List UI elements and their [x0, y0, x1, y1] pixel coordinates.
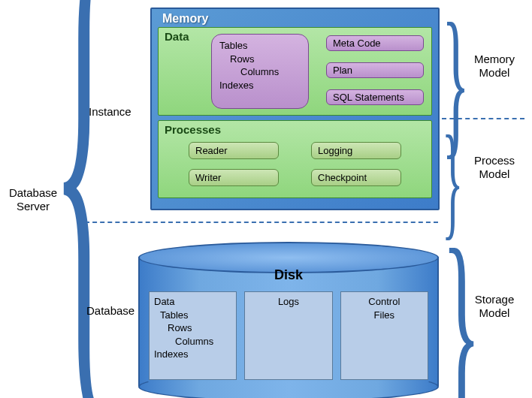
dashed-divider-lower — [85, 222, 438, 223]
disk-rows: Rows — [154, 321, 231, 335]
memory-container: Memory Data Tables Rows Columns Indexes … — [150, 8, 440, 210]
database-architecture-diagram: DatabaseServer Instance Database Memory … — [0, 0, 532, 398]
disk-tables: Tables — [154, 309, 231, 322]
disk-indexes: Indexes — [154, 348, 231, 361]
meta-code-box: Meta Code — [326, 35, 424, 51]
tables-box: Tables Rows Columns Indexes — [211, 34, 309, 109]
tables-line: Tables — [219, 39, 301, 53]
writer-box: Writer — [189, 169, 279, 186]
disk-columns: Columns — [154, 335, 231, 348]
checkpoint-box: Checkpoint — [311, 169, 401, 186]
processes-section: Processes Reader Writer Logging Checkpoi… — [158, 120, 432, 198]
logging-box: Logging — [311, 142, 401, 159]
label-process-model: ProcessModel — [464, 154, 524, 181]
reader-box: Reader — [189, 142, 279, 159]
plan-box: Plan — [326, 62, 424, 78]
processes-title: Processes — [165, 123, 425, 136]
label-database-server: DatabaseServer — [3, 186, 63, 213]
disk-data-panel: Data Tables Rows Columns Indexes — [149, 291, 237, 380]
disk-title: Disk — [138, 267, 439, 283]
columns-line: Columns — [219, 65, 301, 79]
disk-control-panel: ControlFiles — [340, 291, 428, 380]
label-instance: Instance — [89, 105, 131, 118]
brace-root — [66, 11, 84, 383]
disk-panels: Data Tables Rows Columns Indexes Logs Co… — [149, 291, 428, 380]
memory-title: Memory — [158, 12, 432, 26]
disk-cylinder: Disk Data Tables Rows Columns Indexes Lo… — [138, 242, 439, 388]
label-storage-model: StorageModel — [464, 293, 524, 320]
data-section: Data Tables Rows Columns Indexes Meta Co… — [158, 27, 432, 116]
label-database: Database — [86, 304, 135, 317]
disk-data-heading: Data — [154, 295, 231, 309]
label-memory-model: MemoryModel — [464, 53, 524, 80]
sql-statements-box: SQL Statements — [326, 89, 424, 105]
indexes-line: Indexes — [219, 79, 301, 92]
rows-line: Rows — [219, 53, 301, 66]
dashed-divider-upper — [442, 118, 524, 119]
disk-logs-panel: Logs — [244, 291, 332, 380]
